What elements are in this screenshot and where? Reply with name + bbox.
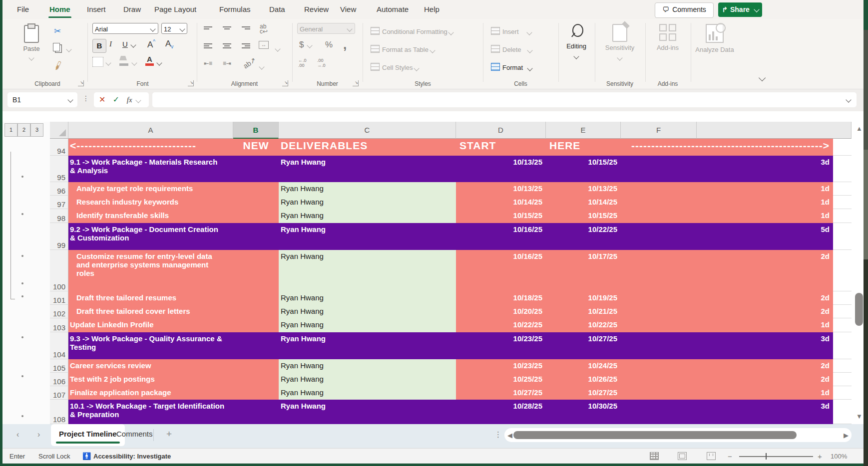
increase-decimal-button[interactable]: .00 →.0 bbox=[317, 58, 326, 68]
cell-f96[interactable]: 1d bbox=[621, 182, 833, 196]
cell-f104[interactable]: 3d bbox=[621, 332, 833, 359]
cell-g96[interactable] bbox=[833, 182, 852, 196]
cell-d99[interactable]: 10/16/25 bbox=[456, 223, 546, 250]
menu-tab-insert[interactable]: Insert bbox=[85, 0, 108, 19]
row-header-99[interactable]: 99 bbox=[50, 223, 68, 250]
number-dialog-launcher[interactable]: ↘ bbox=[353, 80, 359, 86]
column-header-C[interactable]: C bbox=[279, 122, 456, 139]
collapse-ribbon-button[interactable] bbox=[760, 73, 765, 82]
cell-f95[interactable]: 3d bbox=[621, 156, 833, 182]
merge-chevron[interactable] bbox=[276, 44, 280, 53]
cell-a104[interactable]: 9.3 -> Work Package - Quality Assurance … bbox=[68, 332, 233, 359]
cell-c102[interactable]: Ryan Hwang bbox=[279, 305, 456, 318]
cell-e100[interactable]: 10/17/25 bbox=[546, 250, 621, 291]
column-header-F[interactable]: F bbox=[621, 122, 697, 139]
outline-level-1-button[interactable]: 1 bbox=[4, 123, 17, 137]
cell-a97[interactable]: Research industry keywords bbox=[68, 196, 233, 209]
cell-f100[interactable]: 2d bbox=[621, 250, 833, 291]
cell-c100[interactable]: Ryan Hwang bbox=[279, 250, 456, 291]
font-color-chevron[interactable] bbox=[157, 58, 161, 67]
cell-c96[interactable]: Ryan Hwang bbox=[279, 182, 456, 196]
menu-tab-help[interactable]: Help bbox=[422, 0, 441, 19]
cell-g95[interactable] bbox=[833, 156, 852, 182]
cell-c107[interactable]: Ryan Hwang bbox=[279, 386, 456, 400]
horizontal-scrollbar[interactable]: ◀ ▶ bbox=[504, 428, 852, 442]
insert-function-icon[interactable]: fx bbox=[127, 96, 132, 104]
fill-color-button[interactable] bbox=[119, 56, 128, 66]
row-header-98[interactable]: 98 bbox=[50, 209, 68, 223]
cell-d101[interactable]: 10/18/25 bbox=[456, 291, 546, 305]
row-header-100[interactable]: 100 bbox=[50, 250, 68, 291]
cell-c97[interactable]: Ryan Hwang bbox=[279, 196, 456, 209]
format-as-table-button[interactable]: Format as Table bbox=[371, 45, 434, 53]
cell-g105[interactable] bbox=[833, 359, 852, 373]
zoom-level[interactable]: 100% bbox=[831, 449, 847, 464]
cancel-icon[interactable]: ✕ bbox=[99, 95, 105, 104]
cell-d108[interactable]: 10/28/25 bbox=[456, 400, 546, 424]
cell-f94[interactable]: ----------------------------------------… bbox=[621, 139, 833, 156]
page-break-view-icon[interactable] bbox=[707, 452, 716, 460]
align-bottom-icon[interactable] bbox=[242, 25, 250, 34]
cell-c101[interactable]: Ryan Hwang bbox=[279, 291, 456, 305]
cell-d95[interactable]: 10/13/25 bbox=[456, 156, 546, 182]
cell-b104[interactable] bbox=[233, 332, 279, 359]
currency-format-button[interactable]: $ bbox=[299, 40, 312, 50]
cell-d98[interactable]: 10/15/25 bbox=[456, 209, 546, 223]
row-header-106[interactable]: 106 bbox=[50, 373, 68, 386]
cell-b98[interactable] bbox=[233, 209, 279, 223]
merge-center-icon[interactable]: ↔ bbox=[259, 41, 269, 49]
menu-tab-draw[interactable]: Draw bbox=[121, 0, 143, 19]
enter-icon[interactable]: ✓ bbox=[113, 95, 119, 104]
addins-button[interactable]: Add-ins bbox=[648, 24, 688, 51]
align-right-icon[interactable] bbox=[242, 42, 250, 51]
cell-g97[interactable] bbox=[833, 196, 852, 209]
cell-c104[interactable]: Ryan Hwang bbox=[279, 332, 456, 359]
column-header-D[interactable]: D bbox=[456, 122, 546, 139]
menu-tab-data[interactable]: Data bbox=[267, 0, 287, 19]
cell-d105[interactable]: 10/23/25 bbox=[456, 359, 546, 373]
outline-level-3-button[interactable]: 3 bbox=[30, 123, 43, 137]
prev-sheet-icon[interactable]: ‹ bbox=[16, 430, 19, 439]
row-header-105[interactable]: 105 bbox=[50, 359, 68, 373]
page-layout-view-icon[interactable] bbox=[678, 452, 687, 460]
cell-d96[interactable]: 10/13/25 bbox=[456, 182, 546, 196]
cell-d103[interactable]: 10/22/25 bbox=[456, 318, 546, 332]
column-header-A[interactable]: A bbox=[68, 122, 233, 139]
column-header-B[interactable]: B bbox=[233, 122, 279, 139]
wrap-text-icon[interactable]: abc↩ bbox=[260, 24, 268, 34]
cell-a102[interactable]: Draft three tailored cover letters bbox=[68, 305, 233, 318]
number-format-select[interactable]: General bbox=[297, 23, 355, 34]
cut-icon[interactable]: ✂ bbox=[54, 26, 61, 36]
cell-b100[interactable] bbox=[233, 250, 279, 291]
menu-tab-view[interactable]: View bbox=[338, 0, 358, 19]
cell-f97[interactable]: 1d bbox=[621, 196, 833, 209]
cell-g101[interactable] bbox=[833, 291, 852, 305]
align-top-icon[interactable] bbox=[204, 25, 212, 34]
menu-tab-formulas[interactable]: Formulas bbox=[217, 0, 253, 19]
select-all-corner[interactable] bbox=[50, 122, 68, 139]
cell-e97[interactable]: 10/14/25 bbox=[546, 196, 621, 209]
cell-b106[interactable] bbox=[233, 373, 279, 386]
menu-tab-file[interactable]: File bbox=[15, 0, 31, 19]
cell-e104[interactable]: 10/27/25 bbox=[546, 332, 621, 359]
cell-a99[interactable]: 9.2 -> Work Package - Document Creation … bbox=[68, 223, 233, 250]
cell-g108[interactable] bbox=[833, 400, 852, 424]
next-sheet-icon[interactable]: › bbox=[37, 430, 40, 439]
cell-c99[interactable]: Ryan Hwang bbox=[279, 223, 456, 250]
editing-button[interactable]: Editing bbox=[561, 24, 592, 59]
cell-e94[interactable]: HERE bbox=[546, 139, 621, 156]
clipboard-dialog-launcher[interactable]: ↘ bbox=[78, 80, 84, 86]
menu-tab-review[interactable]: Review bbox=[302, 0, 331, 19]
cell-b95[interactable] bbox=[233, 156, 279, 182]
cell-e107[interactable]: 10/27/25 bbox=[546, 386, 621, 400]
accessibility-status[interactable]: Accessibility: Investigate bbox=[93, 449, 171, 464]
cell-d102[interactable]: 10/20/25 bbox=[456, 305, 546, 318]
align-left-icon[interactable] bbox=[204, 42, 212, 51]
cell-f102[interactable]: 2d bbox=[621, 305, 833, 318]
cell-e106[interactable]: 10/26/25 bbox=[546, 373, 621, 386]
cell-a100[interactable]: Customize resume for entry-level data an… bbox=[68, 250, 233, 291]
fill-color-chevron[interactable] bbox=[132, 58, 136, 67]
cell-c103[interactable]: Ryan Hwang bbox=[279, 318, 456, 332]
align-center-icon[interactable] bbox=[223, 42, 231, 51]
font-size-select[interactable]: 12 bbox=[161, 23, 187, 34]
